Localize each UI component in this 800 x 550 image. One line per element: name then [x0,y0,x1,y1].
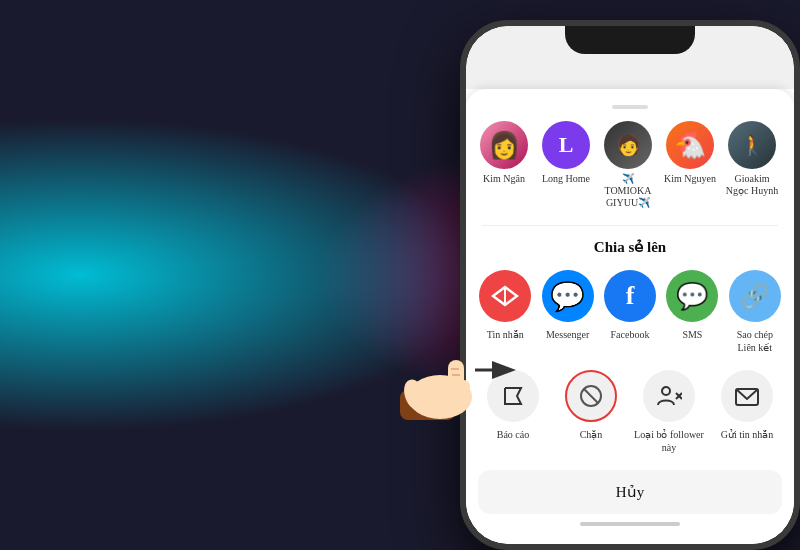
avatar-gioakim: 🚶 [728,121,776,169]
share-facebook[interactable]: f Facebook [603,270,657,354]
share-title: Chia sẻ lên [466,238,794,256]
facebook-label: Facebook [611,328,650,341]
svg-rect-13 [458,380,470,402]
messenger-label: Messenger [546,328,589,341]
cancel-button[interactable]: Hủy [478,470,782,514]
action-loai-bo[interactable]: Loại bỏ follower này [634,370,704,454]
contact-kim-nguyen[interactable]: 🐔 Kim Nguyen [662,121,718,209]
avatar-long-home: L [542,121,590,169]
svg-line-3 [584,389,599,404]
share-copy-link[interactable]: 🔗 Sao chép Liên kết [728,270,782,354]
chan-label: Chặn [580,428,603,441]
contact-long-home[interactable]: L Long Home [538,121,594,209]
facebook-icon: f [604,270,656,322]
contact-label-kim-nguyen: Kim Nguyen [664,173,716,185]
section-divider [482,225,778,226]
avatar-kim-nguyen: 🐔 [666,121,714,169]
copy-link-icon: 🔗 [729,270,781,322]
svg-point-4 [662,387,670,395]
contact-label-long-home: Long Home [542,173,590,185]
contacts-row: 👩 Kim Ngân L Long Home 🧑 ✈️ TOMIOKA GIYU… [466,121,794,221]
svg-rect-11 [430,380,444,405]
contact-label-gioakim: Gioakim Ngọc Huynh [724,173,780,197]
phone-notch [565,26,695,54]
contact-label-kim-ngan: Kim Ngân [483,173,525,185]
avatar-tomioka: 🧑 [604,121,652,169]
tin-nhan-icon [479,270,531,322]
gui-tin-nhan-icon [721,370,773,422]
loai-bo-icon [643,370,695,422]
action-chan[interactable]: Chặn [556,370,626,454]
share-messenger[interactable]: 💬 Messenger [540,270,594,354]
action-gui-tin-nhan[interactable]: Gửi tin nhắn [712,370,782,454]
contact-tomioka[interactable]: 🧑 ✈️ TOMIOKA GIYUU✈️ [600,121,656,209]
bottom-sheet: 👩 Kim Ngân L Long Home 🧑 ✈️ TOMIOKA GIYU… [466,89,794,544]
phone-screen: 👩 Kim Ngân L Long Home 🧑 ✈️ TOMIOKA GIYU… [466,26,794,544]
share-sms[interactable]: 💬 SMS [665,270,719,354]
chan-icon [565,370,617,422]
sms-icon: 💬 [666,270,718,322]
contact-label-tomioka: ✈️ TOMIOKA GIYUU✈️ [600,173,656,209]
hand-pointer [380,325,520,435]
sheet-handle [612,105,648,109]
copy-link-label: Sao chép Liên kết [728,328,782,354]
sms-label: SMS [682,328,702,341]
loai-bo-label: Loại bỏ follower này [634,428,704,454]
home-indicator [580,522,680,526]
contact-gioakim[interactable]: 🚶 Gioakim Ngọc Huynh [724,121,780,209]
messenger-icon: 💬 [542,270,594,322]
gui-tin-nhan-label: Gửi tin nhắn [721,428,774,441]
contact-kim-ngan[interactable]: 👩 Kim Ngân [476,121,532,209]
phone-frame: 👩 Kim Ngân L Long Home 🧑 ✈️ TOMIOKA GIYU… [460,20,800,550]
avatar-kim-ngan: 👩 [480,121,528,169]
